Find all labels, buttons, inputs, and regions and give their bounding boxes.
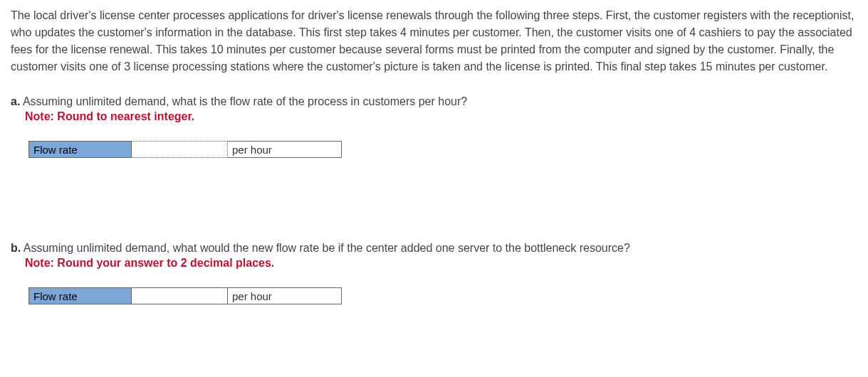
answer-row-b: Flow rate per hour [28,287,857,304]
flow-rate-input-a[interactable] [132,142,227,157]
intro-paragraph: The local driver's license center proces… [11,7,857,75]
question-b-body: Assuming unlimited demand, what would th… [23,242,630,254]
question-b-block: b. Assuming unlimited demand, what would… [11,240,857,304]
flow-rate-label-a: Flow rate [28,141,132,158]
flow-rate-input-cell-a [132,141,228,158]
flow-rate-input-cell-b [132,287,228,304]
answer-row-a: Flow rate per hour [28,141,857,158]
question-a-body: Assuming unlimited demand, what is the f… [23,95,467,107]
question-b-text: b. Assuming unlimited demand, what would… [11,240,857,257]
flow-rate-unit-a: per hour [228,141,342,158]
question-b-note: Note: Round your answer to 2 decimal pla… [25,257,857,270]
flow-rate-input-b[interactable] [132,288,227,304]
flow-rate-unit-b: per hour [228,287,342,304]
question-a-block: a. Assuming unlimited demand, what is th… [11,93,857,158]
question-a-note: Note: Round to nearest integer. [25,110,857,123]
question-a-letter: a. [11,95,20,107]
question-a-text: a. Assuming unlimited demand, what is th… [11,93,857,110]
flow-rate-label-b: Flow rate [28,287,132,304]
question-b-letter: b. [11,242,21,254]
